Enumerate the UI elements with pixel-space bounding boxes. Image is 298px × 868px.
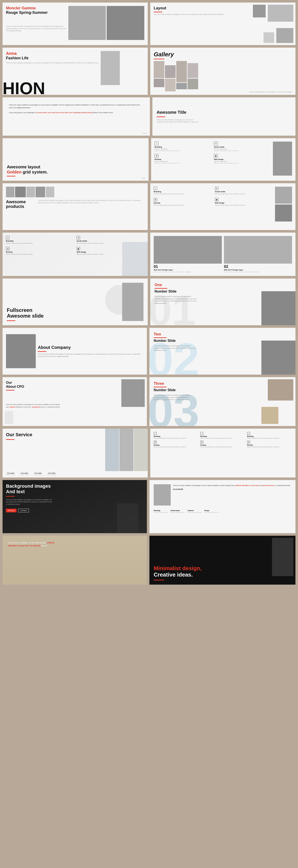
awesome-red-line: [157, 117, 165, 117]
moncler-photo-1: [68, 6, 106, 40]
prod-photo-4: [35, 187, 45, 197]
quote-highlight1: suffered alteration in some form: [235, 485, 259, 487]
svc-photo-2: [119, 429, 133, 471]
web-icon: ▣: [214, 154, 218, 158]
two-red-line: [154, 337, 166, 338]
slide-lorem-photo: Lorem Ipsum available, but the majority …: [3, 536, 147, 585]
slide-01-02: 01 Web don't Design logos There are many…: [150, 232, 295, 276]
col1-label: Branding: [154, 436, 198, 437]
one-desc: There are many variations of passages of…: [155, 296, 197, 304]
develop-desc: Web don't design logos: [155, 161, 211, 162]
title-item-1: TITLE HERE variations passages: [6, 473, 15, 475]
bg-title: Background images And text: [6, 484, 143, 495]
prod-photo-3: [26, 187, 35, 197]
si-branding: ⌂ Branding Web don't design logos text a…: [6, 236, 74, 244]
slide-branding-3col: ⌂ Branding Web don't design logos text v…: [150, 429, 295, 477]
cpo-highlight1: suffered: [9, 406, 16, 408]
two-desc: There are many variations of passages of…: [154, 345, 196, 352]
three-title: Number Slide: [154, 388, 291, 392]
anna-name: Anna: [6, 51, 17, 56]
social-subdesc: Web don't design logos small desc text h…: [214, 150, 271, 151]
slide-fullscreen: Fullscreen Awesome slide: [3, 278, 148, 325]
minimalist-red-line: [154, 580, 164, 580]
title-item-desc-3: variations passages: [33, 474, 43, 475]
qs-social-label: Social media: [170, 510, 185, 511]
title-item-desc-4: variations passages: [47, 474, 56, 475]
qs-social: Social media Web don't design logos text: [170, 510, 185, 513]
svc-develop-label: Develop: [154, 202, 212, 204]
cpo-photo: [121, 379, 145, 407]
si-develop: ⚙ Develop Web don't design logos text av…: [6, 247, 74, 255]
si-branding-label: Branding: [6, 240, 74, 242]
prod-photo-1: [6, 187, 15, 197]
svc-social: ✦ Social media Web don't design logos te…: [215, 187, 273, 195]
photo-02: 02 Web don't Design logos There are many…: [224, 236, 292, 273]
row-7: Fullscreen Awesome slide 01 One Number S…: [3, 278, 295, 325]
svc-web-label: Web design: [215, 202, 273, 204]
branding-grid: ⌂ Branding Web don't design logos Web do…: [155, 142, 271, 176]
services-2x2: ⌂ Branding Web don't design logos Web do…: [155, 142, 271, 164]
products-text: Awesome products: [6, 199, 36, 209]
slide-awesome-products: Awesome products There are many variatio…: [3, 183, 148, 230]
service-branding: ⌂ Branding Web don't design logos Web do…: [155, 142, 211, 151]
moncler-image-area: [68, 6, 144, 42]
photo-02-img: [224, 236, 292, 264]
col3-desc2: Web don't design logos text variations p…: [247, 446, 292, 448]
title-item-label-3: TITLE HERE: [33, 473, 43, 474]
slide-one-number: 01 One Number Slide There are many varia…: [150, 278, 295, 325]
col1-icon2: ⚙: [154, 441, 157, 444]
body-text-highlight: If you are going to use a passage of Lor…: [9, 112, 143, 114]
service-photos: [105, 429, 148, 471]
gallery-photo-4: [165, 79, 175, 91]
title-item-label-2: TITLE HERE: [20, 473, 29, 474]
service-web: ▣ Web design Web don't design logos Web …: [214, 154, 271, 164]
layout-red-line: [154, 12, 162, 12]
page-wrapper: Moncler Gamme Rouge Spring-Summer There …: [0, 0, 298, 587]
svc-branding-label: Branding: [154, 191, 212, 193]
col-branding-1: ⌂ Branding Web don't design logos text v…: [154, 432, 198, 448]
gallery-photo-2: [154, 79, 164, 87]
label-01: Web don't Design logos: [154, 269, 222, 271]
gallery-photos: [154, 61, 292, 91]
col2-desc: Web don't design logos text variations p…: [200, 437, 245, 439]
row-6: ⌂ Branding Web don't design logos text a…: [3, 232, 295, 276]
three-label: Three: [154, 381, 291, 386]
gallery-photo-5: [176, 61, 187, 82]
fullscreen-visual: [109, 283, 143, 321]
col-branding-2: ⌂ Branding Web don't design logos text v…: [200, 432, 245, 448]
about-red-line: [38, 351, 46, 352]
branding-subdesc: Web don't design logos small desc text h…: [155, 150, 211, 151]
svc-branding-desc: Web don't design logos text here availab…: [154, 193, 212, 195]
col2-desc2: Web don't design logos text variations p…: [200, 446, 245, 448]
si-develop-desc: Web don't design logos text available va…: [6, 253, 74, 255]
awesome-title: Awesome Title: [157, 110, 291, 115]
row-10: Our Service TITLE HERE variations passag…: [3, 429, 295, 477]
slide-our-service: Our Service TITLE HERE variations passag…: [3, 429, 148, 477]
branding-layout: ⌂ Branding Web don't design logos Web do…: [155, 142, 292, 176]
social-label: Social media: [214, 146, 271, 148]
body-text-main: There are many variations of passages of…: [9, 104, 143, 109]
svc-develop-icon: ⚙: [154, 198, 157, 201]
btn-getmore-2[interactable]: Get More: [18, 509, 29, 512]
minimalist-title: Minimalist design, Creative ideas.: [154, 565, 291, 578]
three-desc: There are many variations of passages of…: [154, 394, 192, 401]
slide-awesome-layout: Awesome layout Golden grid system. Every: [3, 138, 148, 181]
quote-text: There are many variations of passages of…: [173, 484, 291, 505]
layout-photo-bottom: [276, 28, 293, 43]
services-icons-grid: ⌂ Branding Web don't design logos text a…: [6, 236, 144, 255]
qs-branding: Branding Web don't design logos text: [154, 510, 168, 513]
btn-getmore-1[interactable]: Get More: [6, 509, 17, 512]
gallery-title: Gallery: [154, 51, 292, 58]
awesome-desc: There are many variations of passages of…: [157, 119, 199, 123]
row-1: Moncler Gamme Rouge Spring-Summer There …: [3, 3, 295, 45]
si-develop-label: Develop: [6, 251, 74, 253]
col1-desc2: Web don't design logos text variations p…: [154, 446, 198, 448]
lorem-highlight2: by Injected: [30, 545, 40, 547]
title-item-4: TITLE HERE variations passages: [47, 473, 56, 475]
three-content: Three Number Slide There are many variat…: [154, 381, 291, 401]
si-web-label: Web design: [77, 251, 144, 253]
bg-desc: There are many variations of passages of…: [6, 499, 53, 505]
col1-label2: Develop: [154, 444, 198, 446]
slide-branding-2x2: ⌂ Branding Web don't design logos text h…: [150, 183, 295, 230]
gallery-desc: There are many variations of passages of…: [249, 91, 292, 93]
